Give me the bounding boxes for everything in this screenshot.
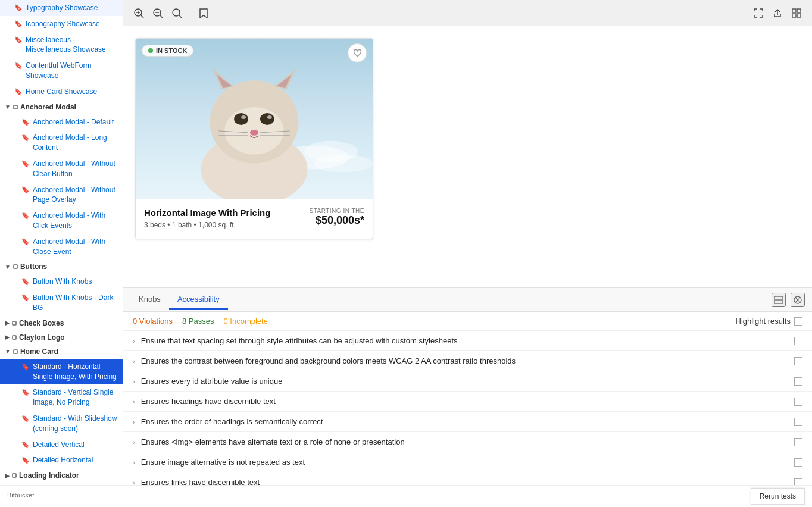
grid-button[interactable] xyxy=(788,5,805,21)
bookmark-icon: 🔖 xyxy=(21,277,30,286)
rerun-tests-button[interactable]: Rerun tests xyxy=(751,488,805,505)
sidebar-item-anchored-modal-click[interactable]: 🔖 Anchored Modal - With Click Events xyxy=(0,208,123,234)
sidebar-item-contentful[interactable]: 🔖 Contentful WebForm Showcase xyxy=(0,58,123,84)
sidebar-group-loading-indicator[interactable]: ▶ Loading Indicator xyxy=(0,468,123,483)
sidebar-item-anchored-modal-default[interactable]: 🔖 Anchored Modal - Default xyxy=(0,114,123,130)
rerun-label: Rerun tests xyxy=(760,492,796,500)
sidebar-item-typography[interactable]: 🔖 Typography Showcase xyxy=(0,0,123,16)
sidebar-item-standard-vertical[interactable]: 🔖 Standard - Vertical Single Image, No P… xyxy=(0,384,123,411)
home-card: IN STOCK Horizontal Image With Pricing 3… xyxy=(135,38,373,239)
bookmark-icon: 🔖 xyxy=(14,61,23,70)
a11y-row-check-4[interactable] xyxy=(794,418,802,426)
a11y-row[interactable]: › Ensures links have discernible text xyxy=(123,472,812,485)
sidebar-item-detailed-vertical[interactable]: 🔖 Detailed Vertical xyxy=(0,437,123,453)
sidebar-label-anchored-modal-no-overlay: Anchored Modal - Without Page Overlay xyxy=(33,185,118,205)
zoom-out-button[interactable] xyxy=(149,5,166,21)
panel-close-button[interactable] xyxy=(791,293,805,307)
highlight-checkbox[interactable] xyxy=(794,317,802,326)
bookmark-icon: 🔖 xyxy=(14,20,23,29)
bookmark-icon: 🔖 xyxy=(14,87,23,96)
svg-rect-12 xyxy=(792,14,796,17)
a11y-row-text-3: Ensures headings have discernible text xyxy=(141,397,794,406)
a11y-row[interactable]: › Ensure that text spacing set through s… xyxy=(123,331,812,351)
sidebar-item-standard-slideshow[interactable]: 🔖 Standard - With Slideshow (coming soon… xyxy=(0,411,123,437)
share-button[interactable] xyxy=(769,5,786,21)
fullscreen-button[interactable] xyxy=(750,5,767,21)
chevron-right-icon[interactable]: › xyxy=(133,459,135,466)
sidebar-label-detailed-vertical: Detailed Vertical xyxy=(33,440,85,450)
preview-area: IN STOCK Horizontal Image With Pricing 3… xyxy=(123,26,812,287)
a11y-row-check-0[interactable] xyxy=(794,337,802,345)
sidebar-item-anchored-modal-close[interactable]: 🔖 Anchored Modal - With Close Event xyxy=(0,234,123,260)
sidebar-item-anchored-modal-no-clear[interactable]: 🔖 Anchored Modal - Without Clear Button xyxy=(0,156,123,182)
bookmark-icon: 🔖 xyxy=(21,118,30,127)
a11y-row-text-5: Ensures <img> elements have alternate te… xyxy=(141,437,794,446)
incomplete-count: 0 Incomplete xyxy=(223,317,267,326)
sidebar-group-anchored-modal[interactable]: ▼ Anchored Modal xyxy=(0,100,123,114)
sidebar-item-button-knobs-dark[interactable]: 🔖 Button With Knobs - Dark BG xyxy=(0,290,123,316)
sidebar-item-button-knobs[interactable]: 🔖 Button With Knobs xyxy=(0,274,123,290)
chevron-right-icon[interactable]: › xyxy=(133,337,135,345)
zoom-in-button[interactable] xyxy=(130,5,147,21)
sidebar-label-home-card: Home Card xyxy=(20,348,58,356)
a11y-row[interactable]: › Ensure image alternative is not repeat… xyxy=(123,452,812,472)
a11y-row[interactable]: › Ensures the order of headings is seman… xyxy=(123,412,812,432)
sidebar-group-clayton-logo[interactable]: ▶ Clayton Logo xyxy=(0,330,123,345)
tab-accessibility[interactable]: Accessibility xyxy=(169,290,228,310)
sidebar-item-detailed-horizontal[interactable]: 🔖 Detailed Horizontal xyxy=(0,452,123,468)
sidebar: 🔖 Typography Showcase 🔖 Iconography Show… xyxy=(0,0,123,507)
zoom-reset-button[interactable] xyxy=(168,5,185,21)
chevron-right-icon[interactable]: › xyxy=(133,439,135,446)
a11y-row[interactable]: › Ensures <img> elements have alternate … xyxy=(123,432,812,452)
sidebar-group-check-boxes[interactable]: ▶ Check Boxes xyxy=(0,316,123,330)
chevron-right-icon[interactable]: › xyxy=(133,358,135,365)
sidebar-label-standard-vertical: Standard - Vertical Single Image, No Pri… xyxy=(33,387,118,408)
a11y-row-check-6[interactable] xyxy=(794,458,802,467)
chevron-right-icon: ▶ xyxy=(5,320,10,326)
panel-tabs: Knobs Accessibility xyxy=(123,288,812,312)
panel-layout-button[interactable] xyxy=(772,293,786,307)
sidebar-item-standard-horizontal[interactable]: 🔖 Standard - Horizontal Single Image, Wi… xyxy=(0,359,123,385)
bottom-panel: Knobs Accessibility xyxy=(123,287,812,507)
svg-point-26 xyxy=(260,113,274,125)
sidebar-item-home-card-showcase[interactable]: 🔖 Home Card Showcase xyxy=(0,84,123,100)
sidebar-item-miscellaneous[interactable]: 🔖 Miscellaneous - Miscellaneous Showcase xyxy=(0,32,123,58)
sidebar-label-anchored-modal-no-clear: Anchored Modal - Without Clear Button xyxy=(33,159,118,179)
bookmark-icon: 🔖 xyxy=(21,186,30,195)
a11y-row[interactable]: › Ensures headings have discernible text xyxy=(123,392,812,412)
svg-rect-10 xyxy=(792,9,796,12)
svg-point-17 xyxy=(314,155,373,173)
card-price-label: STARTING IN THE xyxy=(309,208,364,214)
a11y-row[interactable]: › Ensures every id attribute value is un… xyxy=(123,371,812,392)
favorite-button[interactable] xyxy=(348,43,367,62)
sidebar-label-anchored-modal-long: Anchored Modal - Long Content xyxy=(33,133,118,153)
sidebar-item-anchored-modal-no-overlay[interactable]: 🔖 Anchored Modal - Without Page Overlay xyxy=(0,182,123,208)
violations-count: 0 Violations xyxy=(133,317,173,326)
a11y-row-check-3[interactable] xyxy=(794,398,802,406)
sidebar-item-anchored-modal-long[interactable]: 🔖 Anchored Modal - Long Content xyxy=(0,130,123,156)
svg-line-8 xyxy=(179,15,182,18)
group-dot-icon xyxy=(12,473,17,478)
sidebar-label-anchored-modal: Anchored Modal xyxy=(20,103,76,111)
sidebar-label-standard-slideshow: Standard - With Slideshow (coming soon) xyxy=(33,414,118,434)
bookmark-button[interactable] xyxy=(195,5,212,21)
svg-point-29 xyxy=(250,130,258,136)
sidebar-group-buttons[interactable]: ▼ Buttons xyxy=(0,259,123,274)
sidebar-item-iconography[interactable]: 🔖 Iconography Showcase xyxy=(0,16,123,32)
sidebar-group-home-card[interactable]: ▼ Home Card xyxy=(0,345,123,359)
chevron-right-icon[interactable]: › xyxy=(133,479,135,486)
card-price-wrap: STARTING IN THE $50,000s* xyxy=(309,208,364,227)
a11y-row-check-7[interactable] xyxy=(794,478,802,486)
chevron-right-icon[interactable]: › xyxy=(133,398,135,405)
a11y-row-check-5[interactable] xyxy=(794,438,802,446)
bookmark-icon: 🔖 xyxy=(14,36,23,45)
sidebar-label-contentful: Contentful WebForm Showcase xyxy=(26,61,118,81)
tab-knobs[interactable]: Knobs xyxy=(130,290,169,310)
a11y-row[interactable]: › Ensures the contrast between foregroun… xyxy=(123,351,812,371)
chevron-right-icon[interactable]: › xyxy=(133,378,135,385)
a11y-row-check-1[interactable] xyxy=(794,357,802,365)
sidebar-label-button-knobs: Button With Knobs xyxy=(33,277,92,287)
chevron-right-icon[interactable]: › xyxy=(133,418,135,425)
bookmark-icon: 🔖 xyxy=(21,456,30,465)
a11y-row-check-2[interactable] xyxy=(794,377,802,386)
